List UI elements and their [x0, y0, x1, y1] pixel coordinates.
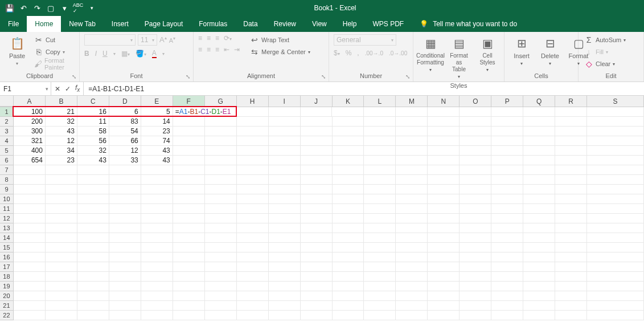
cell[interactable] — [460, 185, 491, 194]
cell[interactable] — [301, 204, 333, 214]
font-size-combo[interactable]: 11▾ — [138, 34, 157, 46]
cell[interactable] — [237, 282, 269, 291]
cell[interactable] — [364, 175, 396, 185]
cell[interactable] — [237, 194, 269, 204]
cell[interactable] — [428, 214, 460, 223]
cell[interactable] — [77, 185, 109, 194]
cell[interactable] — [460, 194, 491, 204]
cell[interactable] — [77, 282, 109, 291]
cell[interactable] — [269, 175, 301, 185]
cell[interactable] — [396, 272, 428, 282]
cell[interactable] — [364, 194, 396, 204]
cell[interactable] — [491, 272, 523, 282]
cell[interactable] — [523, 291, 555, 301]
cell[interactable] — [205, 204, 237, 214]
cell[interactable] — [491, 291, 523, 301]
cell[interactable] — [396, 185, 428, 194]
cell[interactable] — [460, 107, 491, 117]
cell[interactable] — [428, 175, 460, 185]
cell[interactable] — [205, 194, 237, 204]
cell[interactable] — [587, 243, 644, 252]
cell[interactable] — [205, 146, 237, 156]
cell[interactable] — [46, 252, 77, 262]
cell[interactable] — [46, 185, 77, 194]
copy-button[interactable]: ⎘Copy▾ — [33, 46, 75, 58]
fill-button[interactable]: ↓Fill▾ — [583, 46, 627, 58]
cell[interactable] — [364, 262, 396, 272]
cell[interactable] — [205, 223, 237, 233]
column-header[interactable]: E — [141, 96, 173, 107]
cell[interactable] — [237, 127, 269, 136]
cell[interactable] — [428, 156, 460, 165]
cell[interactable] — [555, 117, 587, 127]
dialog-launcher-icon[interactable]: ⤡ — [320, 73, 327, 80]
cell[interactable]: 21 — [46, 107, 77, 117]
cell[interactable] — [428, 233, 460, 243]
cell[interactable] — [364, 127, 396, 136]
cell[interactable] — [237, 262, 269, 272]
cell[interactable] — [269, 214, 301, 223]
cell[interactable] — [523, 223, 555, 233]
cell[interactable] — [14, 233, 46, 243]
cell[interactable] — [523, 107, 555, 117]
cell[interactable] — [332, 107, 364, 117]
cell[interactable] — [491, 301, 523, 311]
cell[interactable] — [173, 204, 205, 214]
column-header[interactable]: S — [587, 96, 644, 107]
cell[interactable] — [460, 252, 491, 262]
column-header[interactable]: B — [46, 96, 77, 107]
cell[interactable] — [491, 136, 523, 146]
cell[interactable] — [46, 194, 77, 204]
cell[interactable] — [237, 311, 269, 320]
row-header[interactable]: 21 — [0, 301, 14, 311]
row-header[interactable]: 7 — [0, 165, 14, 175]
cell[interactable] — [14, 165, 46, 175]
cell[interactable] — [491, 204, 523, 214]
cell[interactable] — [77, 311, 109, 320]
percent-button[interactable]: % — [346, 49, 352, 57]
cell[interactable] — [523, 175, 555, 185]
cell[interactable] — [396, 107, 428, 117]
cell[interactable] — [396, 243, 428, 252]
tab-view[interactable]: View — [304, 16, 335, 32]
cell[interactable] — [205, 243, 237, 252]
column-header[interactable]: K — [333, 96, 364, 107]
cell[interactable] — [141, 175, 173, 185]
cell[interactable] — [491, 107, 523, 117]
cell[interactable] — [428, 165, 460, 175]
cell[interactable] — [46, 262, 77, 272]
cell[interactable] — [237, 243, 269, 252]
fill-color-button[interactable]: 🪣▾ — [136, 50, 146, 58]
cell[interactable] — [173, 146, 205, 156]
cell[interactable] — [109, 301, 141, 311]
cell[interactable]: 16 — [77, 107, 109, 117]
column-header[interactable]: M — [396, 96, 428, 107]
cell[interactable] — [301, 282, 333, 291]
cell[interactable] — [555, 175, 587, 185]
cell[interactable] — [587, 185, 644, 194]
cell[interactable]: 321 — [14, 136, 46, 146]
cell[interactable] — [555, 107, 587, 117]
cell[interactable] — [46, 291, 77, 301]
cell[interactable] — [237, 291, 269, 301]
cell[interactable]: 12 — [109, 146, 141, 156]
row-header[interactable]: 18 — [0, 272, 14, 282]
cell[interactable] — [301, 194, 333, 204]
cell[interactable] — [173, 301, 205, 311]
cell[interactable] — [396, 175, 428, 185]
cell[interactable] — [555, 185, 587, 194]
cell[interactable] — [523, 156, 555, 165]
cell[interactable] — [173, 185, 205, 194]
cell[interactable] — [333, 165, 364, 175]
cell[interactable] — [237, 252, 269, 262]
spellcheck-button[interactable]: ABC✓ — [72, 2, 84, 14]
cell[interactable] — [523, 194, 555, 204]
tab-pagelayout[interactable]: Page Layout — [137, 16, 191, 32]
cell[interactable] — [587, 233, 644, 243]
cell[interactable] — [555, 301, 587, 311]
cell[interactable] — [205, 252, 237, 262]
decrease-decimal-button[interactable]: .0→.00 — [389, 50, 407, 56]
underline-button[interactable]: U — [102, 50, 108, 58]
cell[interactable] — [205, 165, 237, 175]
cell[interactable] — [301, 291, 333, 301]
